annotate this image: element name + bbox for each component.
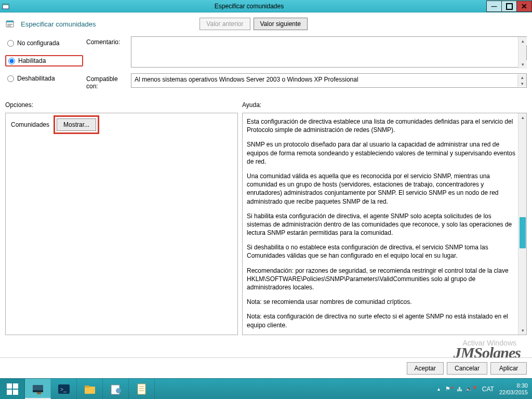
taskbar-item-powershell[interactable]: >_: [51, 379, 77, 399]
help-header: Ayuda:: [242, 101, 527, 109]
ok-button[interactable]: Aceptar: [407, 362, 444, 375]
scroll-down-icon[interactable]: ▾: [518, 60, 527, 69]
titlebar: Especificar comunidades — ✕: [0, 0, 532, 12]
compat-value: Al menos sistemas operativos Windows Ser…: [135, 76, 358, 83]
comment-scrollbar[interactable]: ▴ ▾: [518, 37, 526, 69]
window-icon: [0, 0, 11, 12]
comment-textarea[interactable]: [131, 36, 527, 68]
network-icon[interactable]: 🖧: [457, 386, 462, 392]
svg-text:>_: >_: [60, 386, 66, 392]
communities-label: Comunidades: [11, 121, 49, 128]
apply-button[interactable]: Aplicar: [490, 362, 527, 375]
scrollbar-thumb[interactable]: [520, 217, 526, 248]
scroll-down-icon[interactable]: ▾: [518, 81, 526, 87]
help-pane: Esta configuración de directiva establec…: [242, 113, 527, 335]
svg-rect-8: [37, 392, 41, 394]
help-paragraph: Si deshabilita o no establece esta confi…: [247, 243, 517, 260]
policy-title: Especificar comunidades: [21, 20, 96, 28]
help-text: Esta configuración de directiva establec…: [247, 117, 517, 330]
compat-scrollbar[interactable]: ▴ ▾: [517, 74, 526, 87]
close-button[interactable]: ✕: [516, 1, 532, 12]
radio-not-configured-label: No configurada: [17, 39, 59, 47]
radio-not-configured-input[interactable]: [7, 40, 14, 47]
svg-rect-11: [85, 387, 95, 394]
windows-logo-icon: [7, 383, 18, 395]
tray-overflow-button[interactable]: ▴: [437, 386, 440, 392]
svg-rect-15: [138, 384, 145, 394]
flag-icon[interactable]: ⚑●: [445, 385, 453, 392]
svg-rect-12: [85, 385, 89, 388]
radio-enabled-label: Habilitada: [18, 57, 46, 64]
radio-disabled-input[interactable]: [7, 75, 14, 82]
compat-label: Compatible con:: [86, 73, 128, 90]
window-title: Especificar comunidades: [11, 0, 487, 12]
minimize-button[interactable]: —: [486, 1, 502, 12]
clock-date: 22/03/2015: [499, 389, 528, 395]
radio-enabled[interactable]: Habilitada: [5, 55, 83, 66]
help-paragraph: Nota: esta configuración de directiva no…: [247, 312, 517, 329]
next-setting-button[interactable]: Valor siguiente: [254, 18, 308, 30]
policy-main: No configurada Habilitada Deshabilitada …: [0, 34, 532, 94]
svg-rect-1: [3, 4, 9, 5]
svg-rect-7: [33, 390, 43, 392]
comment-label: Comentario:: [86, 36, 128, 46]
svg-rect-3: [6, 21, 14, 22]
sound-icon[interactable]: 🔈✖: [466, 385, 477, 392]
help-paragraph: Una comunidad válida es aquella que es r…: [247, 172, 517, 206]
scroll-up-icon[interactable]: ▴: [518, 37, 527, 45]
taskbar-item-explorer[interactable]: [77, 379, 103, 399]
radio-disabled[interactable]: Deshabilitada: [5, 74, 83, 83]
svg-rect-5: [7, 25, 11, 26]
options-header: Opciones:: [5, 101, 238, 109]
help-paragraph: Esta configuración de directiva establec…: [247, 117, 517, 134]
language-indicator[interactable]: CAT: [482, 385, 494, 393]
compat-box: Al menos sistemas operativos Windows Ser…: [131, 73, 527, 88]
help-paragraph: SNMP es un protocolo diseñado para dar a…: [247, 140, 517, 166]
cancel-button[interactable]: Cancelar: [447, 362, 487, 375]
scroll-up-icon[interactable]: ▴: [518, 113, 527, 122]
radio-enabled-input[interactable]: [8, 58, 15, 64]
taskbar: >_ ▴ ⚑● 🖧 🔈✖ CAT 8:30 22/03/2015: [0, 378, 532, 399]
maximize-button[interactable]: [501, 1, 517, 12]
prev-setting-button[interactable]: Valor anterior: [200, 18, 250, 30]
policy-icon: [5, 19, 16, 29]
dialog-button-bar: Aceptar Cancelar Aplicar: [0, 357, 532, 378]
start-button[interactable]: [0, 379, 25, 399]
clock[interactable]: 8:30 22/03/2015: [499, 382, 528, 395]
windows-activation-watermark: Activar Windows: [463, 339, 516, 347]
taskbar-item-server-manager[interactable]: [25, 379, 51, 399]
scroll-down-icon[interactable]: ▾: [518, 326, 527, 335]
show-communities-button[interactable]: Mostrar...: [57, 118, 96, 131]
scroll-up-icon[interactable]: ▴: [518, 74, 526, 81]
help-paragraph: Si habilita esta configuración de direct…: [247, 212, 517, 237]
help-paragraph: Recomendación: por razones de seguridad,…: [247, 267, 517, 292]
radio-not-configured[interactable]: No configurada: [5, 38, 83, 48]
taskbar-item-gpo-editor[interactable]: [103, 379, 129, 399]
clock-time: 8:30: [499, 382, 528, 389]
taskbar-item-notepad[interactable]: [129, 379, 155, 399]
help-scrollbar[interactable]: ▴ ▾: [518, 113, 526, 335]
help-paragraph: Nota: se recomienda usar nombres de comu…: [247, 298, 517, 306]
radio-disabled-label: Deshabilitada: [17, 75, 55, 82]
svg-point-14: [116, 388, 121, 393]
system-tray: ▴ ⚑● 🖧 🔈✖ CAT 8:30 22/03/2015: [433, 379, 532, 399]
options-pane: Comunidades Mostrar...: [5, 113, 238, 335]
policy-header: Especificar comunidades Valor anterior V…: [0, 12, 532, 34]
svg-rect-4: [7, 24, 12, 25]
